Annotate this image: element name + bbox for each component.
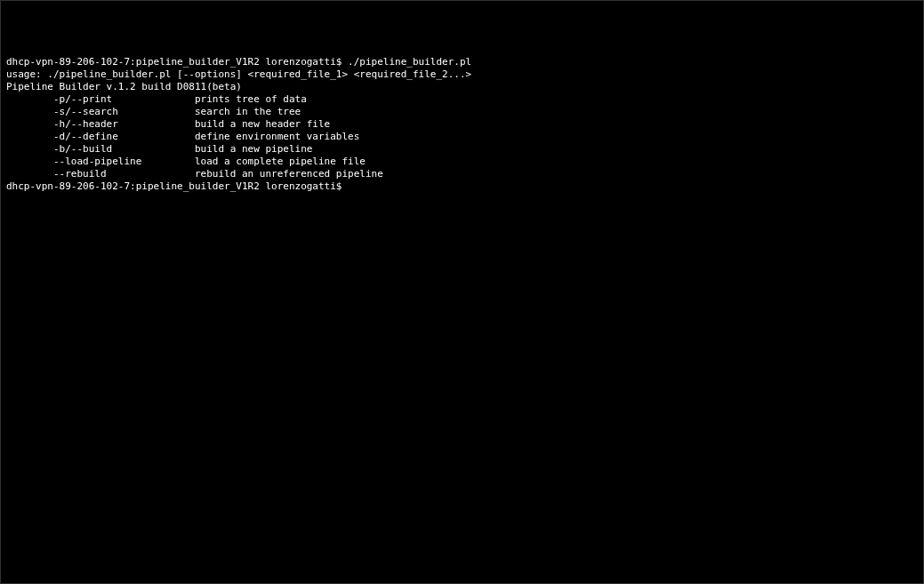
final-prompt-text: dhcp-vpn-89-206-102-7:pipeline_builder_V… — [6, 180, 348, 192]
version-line: Pipeline Builder v.1.2 build D0811(beta) — [6, 81, 918, 93]
usage-line: usage: ./pipeline_builder.pl [--options]… — [6, 68, 918, 81]
prompt-text: dhcp-vpn-89-206-102-7:pipeline_builder_V… — [6, 56, 348, 68]
cursor-icon — [348, 181, 354, 192]
cmd-line: dhcp-vpn-89-206-102-7:pipeline_builder_V… — [6, 56, 918, 68]
final-prompt-line[interactable]: dhcp-vpn-89-206-102-7:pipeline_builder_V… — [6, 180, 918, 193]
options-block: -p/--print prints tree of data -s/--sear… — [6, 93, 383, 180]
command-text: ./pipeline_builder.pl — [348, 56, 471, 68]
terminal-output[interactable]: dhcp-vpn-89-206-102-7:pipeline_builder_V… — [6, 56, 918, 193]
